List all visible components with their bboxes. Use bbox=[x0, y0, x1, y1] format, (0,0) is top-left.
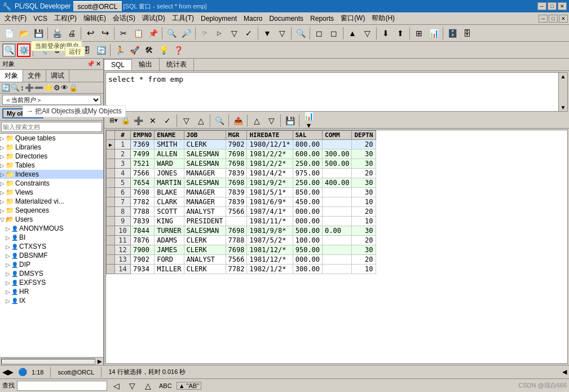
table-row[interactable]: 9 7839 KING PRESIDENT 1981/11/* 000.00 1… bbox=[107, 217, 376, 226]
user-tab[interactable]: scott@ORCL bbox=[73, 1, 122, 11]
maximize-button[interactable]: □ bbox=[548, 2, 557, 10]
refresh-icon[interactable]: 🔄 bbox=[1, 83, 10, 92]
minimize-button[interactable]: ─ bbox=[537, 2, 546, 10]
table-row[interactable]: 8 7788 SCOTT ANALYST 7566 1987/4/1* 000.… bbox=[107, 207, 376, 217]
app-close[interactable]: ✕ bbox=[559, 15, 568, 23]
copy-button[interactable]: 📋 bbox=[131, 27, 145, 40]
find-all-btn[interactable]: △ bbox=[141, 379, 155, 393]
table-row[interactable]: 13 7902 FORD ANALYST 7566 1981/12/* 000.… bbox=[107, 255, 376, 265]
menu-tools[interactable]: 工具(T) bbox=[169, 12, 197, 24]
tree-item-indexes[interactable]: ▷ 📁 Indexes bbox=[0, 170, 103, 179]
tree-item-users[interactable]: ▽ 📂 Users bbox=[0, 215, 103, 224]
down-btn[interactable]: ▽ bbox=[264, 114, 278, 127]
panel-right-icon[interactable]: ◀ bbox=[562, 368, 567, 376]
sort-desc-btn[interactable]: △ bbox=[194, 114, 208, 127]
tree-item-materialized[interactable]: ▷ 📁 Materialized vi... bbox=[0, 197, 103, 206]
eye-icon[interactable]: 👁 bbox=[61, 83, 68, 92]
star-icon[interactable]: ⭐ bbox=[44, 83, 53, 92]
table-row[interactable]: 6 7698 BLAKE MANAGER 7839 1981/5/1* 850.… bbox=[107, 188, 376, 197]
panel-close-icon[interactable]: ✕ bbox=[96, 60, 101, 68]
compile-button[interactable]: ⟳ bbox=[198, 27, 211, 40]
tree-item-libraries[interactable]: ▷ 📁 Libraries bbox=[0, 143, 103, 152]
tb2-btn5[interactable]: 🔄 bbox=[94, 43, 108, 57]
menu-window[interactable]: 窗口(W) bbox=[337, 12, 368, 24]
minus-icon[interactable]: ➖ bbox=[34, 83, 43, 92]
col-mgr[interactable]: MGR bbox=[226, 131, 247, 140]
tab-stats[interactable]: 统计表 bbox=[160, 59, 194, 71]
tree-item-directories[interactable]: ▷ 📁 Directories bbox=[0, 152, 103, 161]
tree-item-views[interactable]: ▷ 📁 Views bbox=[0, 188, 103, 197]
lock-icon[interactable]: 🔒 bbox=[69, 83, 78, 92]
tree-item-dip[interactable]: ▷ 👤 DIP bbox=[0, 260, 103, 269]
menu-macro[interactable]: Macro bbox=[240, 14, 266, 24]
tb-btn4[interactable]: ▽ bbox=[275, 27, 289, 40]
find2-button[interactable]: 🔎 bbox=[179, 27, 193, 40]
tb-btn3[interactable]: ▼ bbox=[261, 27, 274, 40]
up-btn[interactable]: △ bbox=[250, 114, 263, 127]
save-button[interactable]: 💾 bbox=[32, 27, 45, 40]
tree-item-dmsys[interactable]: ▷ 👤 DMSYS bbox=[0, 269, 103, 278]
scope-select[interactable]: ＜当前用户＞ bbox=[2, 95, 101, 105]
tab-sql[interactable]: SQL bbox=[104, 59, 132, 70]
table-row[interactable]: 5 7654 MARTIN SALESMAN 7698 1981/9/2* 25… bbox=[107, 178, 376, 188]
tree-item-ctxsys[interactable]: ▷ 👤 CTXSYS bbox=[0, 242, 103, 251]
chart2-btn[interactable]: 📊▾ bbox=[302, 114, 315, 127]
table-row[interactable]: 10 7844 TURNER SALESMAN 7698 1981/9/8* 5… bbox=[107, 226, 376, 236]
undo-button[interactable]: ↩ bbox=[83, 27, 97, 40]
grid-check-btn[interactable]: ✓ bbox=[161, 114, 174, 127]
save-data-btn[interactable]: 💾 bbox=[283, 114, 297, 127]
tree-item-sequences[interactable]: ▷ 📁 Sequences bbox=[0, 206, 103, 215]
col-deptn[interactable]: DEPTN bbox=[352, 131, 376, 140]
menu-reports[interactable]: Reports bbox=[307, 14, 337, 24]
add-icon[interactable]: ➕ bbox=[25, 83, 34, 92]
new-button[interactable]: 📄 bbox=[2, 27, 16, 40]
scroll-right-icon[interactable]: ▶ bbox=[96, 358, 103, 364]
print-button[interactable]: 🖨️ bbox=[50, 27, 64, 40]
table-row[interactable]: 14 7934 MILLER CLERK 7782 1982/1/2* 300.… bbox=[107, 265, 376, 274]
table-row[interactable]: 12 7900 JAMES CLERK 7698 1981/12/* 950.0… bbox=[107, 245, 376, 255]
menu-session[interactable]: 会话(S) bbox=[109, 12, 139, 24]
find-input[interactable] bbox=[17, 381, 107, 391]
menu-debug[interactable]: 调试(D) bbox=[139, 12, 169, 24]
export-button[interactable]: ⬇ bbox=[379, 27, 392, 40]
grid-button[interactable]: ⊞ bbox=[412, 27, 426, 40]
menu-help[interactable]: 帮助(H) bbox=[368, 12, 398, 24]
search-all-button[interactable]: 🔍 bbox=[294, 27, 307, 40]
binoculars-btn[interactable]: 🔍 bbox=[213, 114, 226, 127]
tb2-btn7[interactable]: 🚀 bbox=[127, 43, 141, 57]
chart-button[interactable]: 📊 bbox=[427, 27, 440, 40]
tree-item-dbsnmf[interactable]: ▷ 👤 DBSNMF bbox=[0, 251, 103, 260]
tb2-btn9[interactable]: 💡 bbox=[157, 43, 170, 57]
scroll-up-icon[interactable]: ▲ bbox=[561, 73, 566, 80]
search-icon-btn[interactable]: 🔍 bbox=[2, 43, 16, 57]
table-row[interactable]: 11 7876 ADAMS CLERK 7788 1987/5/2* 100.0… bbox=[107, 236, 376, 245]
cut-button[interactable]: ✂ bbox=[117, 27, 130, 40]
lock-icon2[interactable]: 🔒 bbox=[121, 116, 130, 125]
import-button[interactable]: ⬆ bbox=[394, 27, 407, 40]
panel-pin-icon[interactable]: 📌 bbox=[87, 60, 95, 68]
tb-btn2[interactable]: ✓ bbox=[242, 27, 255, 40]
table-row[interactable]: 4 7566 JONES MANAGER 7839 1981/4/2* 975.… bbox=[107, 169, 376, 178]
tab-debug[interactable]: 调试 bbox=[46, 70, 69, 82]
tree-item-hr[interactable]: ▷ 👤 HR bbox=[0, 287, 103, 296]
tree-item-constraints[interactable]: ▷ 📁 Constraints bbox=[0, 179, 103, 188]
find-next-btn[interactable]: ▽ bbox=[125, 379, 139, 393]
tree-item-ix[interactable]: ▷ 👤 IX bbox=[0, 296, 103, 305]
redo-button[interactable]: ↪ bbox=[98, 27, 112, 40]
grid-add-btn[interactable]: ➕ bbox=[131, 114, 145, 127]
menu-vcs[interactable]: VCS bbox=[30, 14, 51, 24]
close-button[interactable]: ✕ bbox=[558, 2, 567, 10]
app-minimize[interactable]: ─ bbox=[539, 15, 548, 23]
table-row[interactable]: ▶ 1 7369 SMITH CLERK 7902 1980/12/1* 800… bbox=[107, 140, 376, 149]
find-prev-btn[interactable]: ◁ bbox=[109, 379, 123, 393]
sql-text[interactable]: select * from emp bbox=[108, 75, 183, 83]
settings-icon[interactable]: ⚙ bbox=[54, 83, 60, 92]
tb-btn5[interactable]: ◻ bbox=[312, 27, 326, 40]
tb2-btn8[interactable]: 🛠 bbox=[142, 43, 156, 57]
menu-project[interactable]: 工程(P) bbox=[51, 12, 80, 24]
db-button[interactable]: 🗄️ bbox=[446, 27, 459, 40]
menu-documents[interactable]: Documents bbox=[266, 14, 307, 24]
tree-item-tables[interactable]: ▷ 📁 Tables bbox=[0, 161, 103, 170]
col-job[interactable]: JOB bbox=[184, 131, 226, 140]
tb2-btn6[interactable]: 🏃 bbox=[113, 43, 126, 57]
